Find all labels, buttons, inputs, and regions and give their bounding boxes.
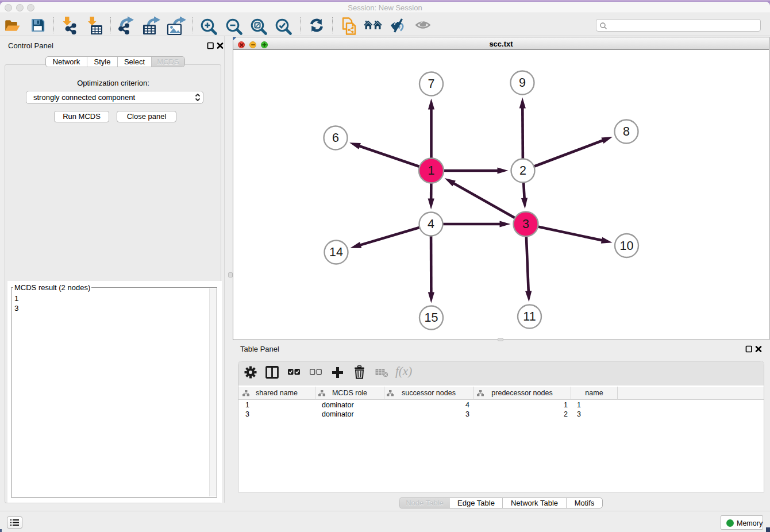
svg-text:14: 14 [329,245,343,259]
svg-text:6: 6 [332,131,339,145]
svg-text:4: 4 [428,217,434,231]
svg-text:1: 1 [428,164,435,178]
svg-text:11: 11 [523,310,536,323]
svg-text:10: 10 [620,239,634,253]
svg-text:2: 2 [519,164,526,178]
svg-text:9: 9 [519,76,526,90]
svg-text:3: 3 [522,217,529,231]
svg-text:15: 15 [425,311,438,325]
svg-text:7: 7 [428,77,435,91]
svg-text:8: 8 [623,125,630,138]
